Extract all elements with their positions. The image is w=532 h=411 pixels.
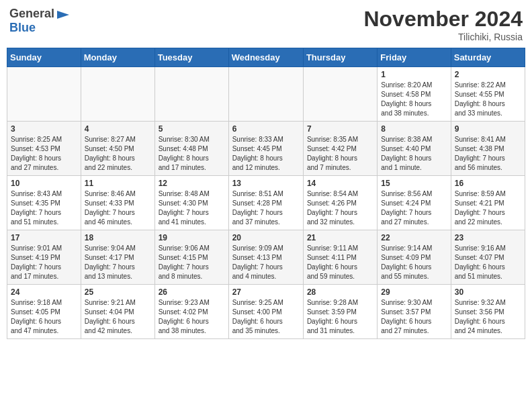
day-info: Sunrise: 9:16 AM Sunset: 4:07 PM Dayligh… — [455, 244, 521, 281]
day-info: Sunrise: 9:18 AM Sunset: 4:05 PM Dayligh… — [11, 298, 77, 336]
logo-general: General — [9, 7, 54, 21]
calendar-cell — [81, 67, 154, 122]
calendar-cell: 6Sunrise: 8:33 AM Sunset: 4:45 PM Daylig… — [228, 122, 303, 176]
calendar-cell: 2Sunrise: 8:22 AM Sunset: 4:55 PM Daylig… — [451, 67, 525, 122]
calendar-cell — [7, 67, 81, 122]
calendar-week-4: 17Sunrise: 9:01 AM Sunset: 4:19 PM Dayli… — [7, 230, 525, 285]
weekday-header-sunday: Sunday — [7, 48, 81, 67]
day-number: 14 — [307, 179, 373, 188]
svg-marker-0 — [57, 11, 69, 19]
day-info: Sunrise: 9:04 AM Sunset: 4:17 PM Dayligh… — [85, 244, 151, 281]
day-number: 2 — [455, 70, 521, 79]
day-info: Sunrise: 8:41 AM Sunset: 4:38 PM Dayligh… — [455, 135, 521, 173]
day-info: Sunrise: 8:20 AM Sunset: 4:58 PM Dayligh… — [381, 81, 447, 118]
day-info: Sunrise: 9:30 AM Sunset: 3:57 PM Dayligh… — [381, 298, 447, 336]
calendar-cell: 22Sunrise: 9:14 AM Sunset: 4:09 PM Dayli… — [378, 230, 451, 285]
day-number: 22 — [381, 233, 447, 242]
calendar-cell: 27Sunrise: 9:25 AM Sunset: 4:00 PM Dayli… — [228, 285, 303, 339]
calendar-cell: 9Sunrise: 8:41 AM Sunset: 4:38 PM Daylig… — [451, 122, 525, 176]
month-title: November 2024 — [363, 7, 523, 32]
day-number: 18 — [85, 233, 151, 242]
day-number: 17 — [11, 233, 77, 242]
calendar-cell: 4Sunrise: 8:27 AM Sunset: 4:50 PM Daylig… — [81, 122, 154, 176]
calendar-week-2: 3Sunrise: 8:25 AM Sunset: 4:53 PM Daylig… — [7, 122, 525, 176]
day-info: Sunrise: 9:11 AM Sunset: 4:11 PM Dayligh… — [307, 244, 373, 281]
calendar-cell: 21Sunrise: 9:11 AM Sunset: 4:11 PM Dayli… — [303, 230, 377, 285]
day-number: 16 — [455, 179, 521, 188]
day-info: Sunrise: 8:27 AM Sunset: 4:50 PM Dayligh… — [85, 135, 151, 173]
day-number: 5 — [159, 124, 225, 134]
calendar-cell: 18Sunrise: 9:04 AM Sunset: 4:17 PM Dayli… — [81, 230, 154, 285]
calendar-cell: 26Sunrise: 9:23 AM Sunset: 4:02 PM Dayli… — [154, 285, 228, 339]
calendar-cell: 10Sunrise: 8:43 AM Sunset: 4:35 PM Dayli… — [7, 176, 81, 230]
calendar-cell: 1Sunrise: 8:20 AM Sunset: 4:58 PM Daylig… — [378, 67, 451, 122]
day-number: 10 — [11, 179, 77, 188]
day-info: Sunrise: 8:46 AM Sunset: 4:33 PM Dayligh… — [85, 189, 151, 227]
calendar-body: 1Sunrise: 8:20 AM Sunset: 4:58 PM Daylig… — [7, 67, 525, 339]
day-info: Sunrise: 8:54 AM Sunset: 4:26 PM Dayligh… — [307, 189, 373, 227]
day-info: Sunrise: 9:09 AM Sunset: 4:13 PM Dayligh… — [232, 244, 300, 281]
weekday-row: SundayMondayTuesdayWednesdayThursdayFrid… — [7, 48, 525, 67]
day-number: 26 — [159, 287, 225, 297]
calendar-cell: 17Sunrise: 9:01 AM Sunset: 4:19 PM Dayli… — [7, 230, 81, 285]
weekday-header-friday: Friday — [378, 48, 451, 67]
calendar-week-5: 24Sunrise: 9:18 AM Sunset: 4:05 PM Dayli… — [7, 285, 525, 339]
calendar-cell: 7Sunrise: 8:35 AM Sunset: 4:42 PM Daylig… — [303, 122, 377, 176]
title-block: November 2024 Tilichiki, Russia — [363, 7, 523, 42]
day-number: 28 — [307, 287, 373, 297]
location: Tilichiki, Russia — [363, 32, 523, 42]
day-number: 25 — [85, 287, 151, 297]
day-info: Sunrise: 8:38 AM Sunset: 4:40 PM Dayligh… — [381, 135, 447, 173]
calendar-cell: 12Sunrise: 8:48 AM Sunset: 4:30 PM Dayli… — [154, 176, 228, 230]
day-info: Sunrise: 8:51 AM Sunset: 4:28 PM Dayligh… — [232, 189, 300, 227]
calendar-cell — [228, 67, 303, 122]
day-number: 9 — [455, 124, 521, 134]
calendar-cell: 5Sunrise: 8:30 AM Sunset: 4:48 PM Daylig… — [154, 122, 228, 176]
weekday-header-saturday: Saturday — [451, 48, 525, 67]
day-number: 8 — [381, 124, 447, 134]
calendar-cell: 30Sunrise: 9:32 AM Sunset: 3:56 PM Dayli… — [451, 285, 525, 339]
day-number: 11 — [85, 179, 151, 188]
day-info: Sunrise: 8:30 AM Sunset: 4:48 PM Dayligh… — [159, 135, 225, 173]
day-number: 20 — [232, 233, 300, 242]
day-number: 19 — [159, 233, 225, 242]
day-number: 7 — [307, 124, 373, 134]
calendar-cell: 3Sunrise: 8:25 AM Sunset: 4:53 PM Daylig… — [7, 122, 81, 176]
day-number: 29 — [381, 287, 447, 297]
day-number: 1 — [381, 70, 447, 79]
calendar-cell — [154, 67, 228, 122]
calendar-cell: 20Sunrise: 9:09 AM Sunset: 4:13 PM Dayli… — [228, 230, 303, 285]
calendar-cell: 23Sunrise: 9:16 AM Sunset: 4:07 PM Dayli… — [451, 230, 525, 285]
logo-blue: Blue — [9, 21, 54, 35]
calendar-cell: 8Sunrise: 8:38 AM Sunset: 4:40 PM Daylig… — [378, 122, 451, 176]
calendar-week-1: 1Sunrise: 8:20 AM Sunset: 4:58 PM Daylig… — [7, 67, 525, 122]
day-number: 24 — [11, 287, 77, 297]
day-number: 21 — [307, 233, 373, 242]
day-number: 27 — [232, 287, 300, 297]
day-info: Sunrise: 9:32 AM Sunset: 3:56 PM Dayligh… — [455, 298, 521, 336]
calendar-cell: 24Sunrise: 9:18 AM Sunset: 4:05 PM Dayli… — [7, 285, 81, 339]
weekday-header-thursday: Thursday — [303, 48, 377, 67]
calendar-week-3: 10Sunrise: 8:43 AM Sunset: 4:35 PM Dayli… — [7, 176, 525, 230]
page-header: General Blue November 2024 Tilichiki, Ru… — [7, 7, 525, 42]
day-number: 15 — [381, 179, 447, 188]
day-info: Sunrise: 8:59 AM Sunset: 4:21 PM Dayligh… — [455, 189, 521, 227]
day-info: Sunrise: 8:22 AM Sunset: 4:55 PM Dayligh… — [455, 81, 521, 118]
calendar-cell: 16Sunrise: 8:59 AM Sunset: 4:21 PM Dayli… — [451, 176, 525, 230]
day-info: Sunrise: 8:25 AM Sunset: 4:53 PM Dayligh… — [11, 135, 77, 173]
weekday-header-monday: Monday — [81, 48, 154, 67]
day-info: Sunrise: 9:14 AM Sunset: 4:09 PM Dayligh… — [381, 244, 447, 281]
calendar-cell: 25Sunrise: 9:21 AM Sunset: 4:04 PM Dayli… — [81, 285, 154, 339]
day-number: 6 — [232, 124, 300, 134]
calendar-cell: 15Sunrise: 8:56 AM Sunset: 4:24 PM Dayli… — [378, 176, 451, 230]
calendar-cell: 13Sunrise: 8:51 AM Sunset: 4:28 PM Dayli… — [228, 176, 303, 230]
day-info: Sunrise: 8:48 AM Sunset: 4:30 PM Dayligh… — [159, 189, 225, 227]
logo-text: General Blue — [9, 7, 54, 35]
weekday-header-wednesday: Wednesday — [228, 48, 303, 67]
calendar-cell: 14Sunrise: 8:54 AM Sunset: 4:26 PM Dayli… — [303, 176, 377, 230]
calendar-cell: 19Sunrise: 9:06 AM Sunset: 4:15 PM Dayli… — [154, 230, 228, 285]
day-number: 13 — [232, 179, 300, 188]
day-info: Sunrise: 9:21 AM Sunset: 4:04 PM Dayligh… — [85, 298, 151, 336]
weekday-header-tuesday: Tuesday — [154, 48, 228, 67]
logo-icon — [56, 9, 71, 26]
